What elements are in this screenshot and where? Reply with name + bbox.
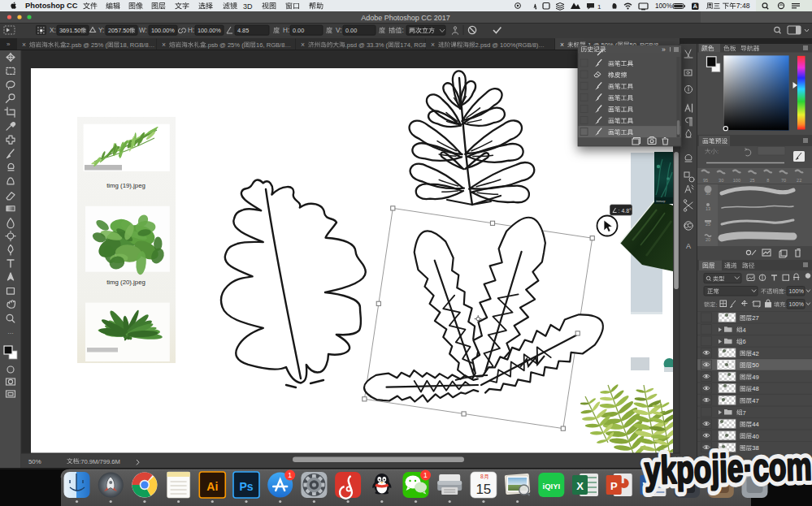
svg-text:40: 40 — [752, 433, 758, 440]
svg-text:A: A — [686, 242, 691, 250]
svg-text:timg (19).jpeg: timg (19).jpeg — [106, 182, 145, 189]
svg-text:Adobe Photoshop CC 2017: Adobe Photoshop CC 2017 — [361, 14, 450, 22]
svg-text:100%: 100% — [789, 301, 805, 308]
svg-text:P: P — [610, 480, 618, 492]
svg-text:27: 27 — [752, 314, 758, 322]
svg-text:V:: V: — [336, 27, 341, 34]
svg-text:47: 47 — [752, 397, 758, 404]
svg-text:3691.50: 3691.50 — [59, 27, 80, 34]
svg-text:»: » — [662, 45, 666, 54]
svg-text:Photoshop CC: Photoshop CC — [25, 2, 78, 10]
svg-text:2.psb @ 25% (: 2.psb @ 25% ( — [67, 41, 108, 49]
svg-text:2.psd @ 100%(RGB/8)…: 2.psd @ 100%(RGB/8)… — [475, 41, 545, 49]
svg-text:ykpojie·com: ykpojie·com — [644, 444, 812, 491]
svg-text:8月: 8月 — [480, 474, 489, 480]
svg-text:4.85: 4.85 — [237, 27, 249, 34]
svg-text:100: 100 — [733, 178, 740, 183]
svg-text:iQIYI: iQIYI — [543, 482, 561, 491]
svg-text:50: 50 — [752, 361, 758, 369]
svg-text:25: 25 — [706, 222, 710, 227]
svg-text:.psb @ 25% (: .psb @ 25% ( — [206, 41, 245, 49]
svg-text:Ps: Ps — [239, 480, 253, 493]
svg-text:13: 13 — [706, 206, 710, 211]
svg-text:×: × — [431, 41, 435, 49]
svg-text:A: A — [693, 2, 698, 10]
svg-text:1: 1 — [288, 471, 292, 479]
svg-text:42: 42 — [752, 350, 758, 357]
svg-text:16, RGB/8…: 16, RGB/8… — [256, 41, 291, 49]
svg-text:0.00: 0.00 — [345, 27, 357, 34]
svg-text:1: 1 — [423, 471, 428, 479]
svg-text:W:: W: — [139, 27, 147, 34]
svg-text:1: 1 — [597, 3, 601, 11]
svg-text:×: × — [22, 41, 26, 49]
svg-text:4: 4 — [743, 327, 746, 334]
svg-text:timg (20).jpeg: timg (20).jpeg — [106, 279, 145, 286]
svg-text:100.00%: 100.00% — [198, 27, 221, 34]
svg-text:100.00%: 100.00% — [151, 27, 175, 34]
svg-text:44: 44 — [752, 421, 758, 428]
svg-text::70.9M/799.6M: :70.9M/799.6M — [79, 458, 120, 465]
svg-text:20: 20 — [706, 237, 710, 242]
svg-text::: : — [717, 148, 719, 155]
svg-text:2057.50: 2057.50 — [108, 27, 129, 34]
svg-text:: 4.8°: : 4.8° — [619, 208, 632, 214]
svg-text:X: X — [576, 480, 584, 492]
svg-text:25: 25 — [750, 178, 755, 183]
svg-text:H:: H: — [283, 27, 289, 34]
svg-text:7:48: 7:48 — [736, 2, 750, 10]
svg-text:95: 95 — [703, 178, 708, 183]
svg-text:H:: H: — [188, 27, 194, 34]
svg-text:3D: 3D — [243, 2, 253, 11]
svg-text:Y:: Y: — [98, 27, 104, 34]
svg-text::: : — [715, 301, 717, 309]
svg-text:7: 7 — [743, 409, 746, 417]
svg-text:49: 49 — [752, 374, 758, 381]
svg-text:50%: 50% — [28, 458, 41, 465]
svg-text:18, RGB/8…: 18, RGB/8… — [119, 41, 154, 49]
svg-text:×: × — [162, 41, 166, 49]
svg-text:100%: 100% — [655, 2, 672, 10]
svg-text:Ai: Ai — [206, 480, 218, 493]
svg-text:100%: 100% — [789, 288, 805, 295]
svg-text:0.00: 0.00 — [293, 27, 304, 34]
svg-text:X:: X: — [50, 27, 56, 34]
svg-text:»: » — [7, 41, 11, 48]
svg-text:8: 8 — [766, 178, 769, 183]
svg-text:tmmarp: tmmarp — [656, 200, 666, 203]
svg-text::: : — [784, 288, 786, 295]
svg-text:…: … — [7, 328, 14, 335]
svg-text:6: 6 — [743, 338, 746, 345]
svg-text:.psd @ 33.3% (: .psd @ 33.3% ( — [345, 41, 389, 49]
svg-text:15: 15 — [475, 482, 491, 497]
svg-text:48: 48 — [752, 385, 758, 392]
svg-text:×: × — [301, 41, 305, 49]
svg-text:22: 22 — [797, 178, 801, 183]
svg-text:70: 70 — [781, 178, 786, 183]
svg-text:30: 30 — [719, 178, 723, 183]
svg-text::: : — [402, 27, 403, 34]
svg-text:×: × — [560, 41, 564, 49]
